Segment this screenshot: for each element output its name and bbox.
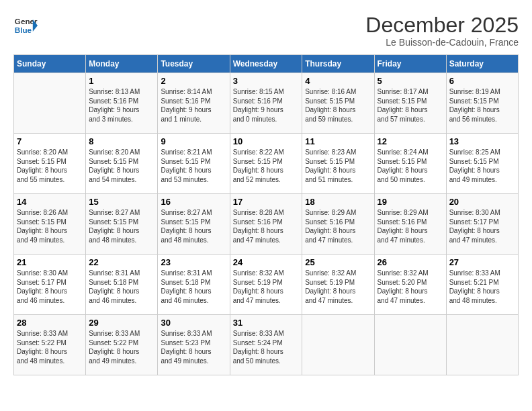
- calendar-cell: [14, 73, 86, 134]
- day-number: 21: [17, 257, 83, 267]
- header-sunday: Sunday: [14, 55, 86, 73]
- day-info: Sunrise: 8:19 AMSunset: 5:15 PMDaylight:…: [449, 87, 515, 124]
- day-number: 17: [233, 197, 300, 207]
- day-number: 31: [233, 318, 300, 328]
- day-number: 16: [161, 197, 226, 207]
- day-number: 27: [449, 257, 515, 267]
- day-number: 8: [89, 136, 154, 146]
- calendar-cell: 3Sunrise: 8:15 AMSunset: 5:16 PMDaylight…: [230, 73, 302, 134]
- header-friday: Friday: [374, 55, 446, 73]
- day-info: Sunrise: 8:31 AMSunset: 5:18 PMDaylight:…: [89, 269, 154, 305]
- day-info: Sunrise: 8:24 AMSunset: 5:15 PMDaylight:…: [378, 148, 443, 184]
- day-number: 24: [233, 257, 300, 267]
- day-info: Sunrise: 8:30 AMSunset: 5:17 PMDaylight:…: [449, 208, 515, 244]
- logo: General Blue: [13, 13, 38, 38]
- calendar-cell: 20Sunrise: 8:30 AMSunset: 5:17 PMDayligh…: [446, 194, 518, 255]
- day-info: Sunrise: 8:31 AMSunset: 5:18 PMDaylight:…: [161, 269, 226, 305]
- day-number: 9: [161, 136, 226, 146]
- calendar-cell: 4Sunrise: 8:16 AMSunset: 5:15 PMDaylight…: [302, 73, 374, 134]
- day-number: 13: [449, 136, 515, 146]
- header-thursday: Thursday: [302, 55, 374, 73]
- title-section: December 2025 Le Buisson-de-Cadouin, Fra…: [365, 13, 519, 48]
- header-tuesday: Tuesday: [158, 55, 230, 73]
- day-number: 4: [305, 76, 371, 86]
- day-info: Sunrise: 8:32 AMSunset: 5:19 PMDaylight:…: [233, 269, 300, 305]
- day-info: Sunrise: 8:16 AMSunset: 5:15 PMDaylight:…: [305, 87, 371, 124]
- day-info: Sunrise: 8:25 AMSunset: 5:15 PMDaylight:…: [449, 148, 515, 184]
- calendar-week-row: 28Sunrise: 8:33 AMSunset: 5:22 PMDayligh…: [14, 315, 519, 375]
- logo-icon: General Blue: [13, 13, 38, 38]
- header-monday: Monday: [86, 55, 158, 73]
- day-info: Sunrise: 8:17 AMSunset: 5:15 PMDaylight:…: [378, 87, 443, 124]
- calendar-cell: 19Sunrise: 8:29 AMSunset: 5:16 PMDayligh…: [374, 194, 446, 255]
- calendar-cell: 14Sunrise: 8:26 AMSunset: 5:15 PMDayligh…: [14, 194, 86, 255]
- svg-text:Blue: Blue: [15, 26, 32, 34]
- day-info: Sunrise: 8:29 AMSunset: 5:16 PMDaylight:…: [378, 208, 443, 244]
- day-info: Sunrise: 8:33 AMSunset: 5:21 PMDaylight:…: [449, 269, 515, 305]
- day-number: 28: [17, 318, 83, 328]
- day-info: Sunrise: 8:33 AMSunset: 5:22 PMDaylight:…: [17, 329, 83, 365]
- day-info: Sunrise: 8:33 AMSunset: 5:24 PMDaylight:…: [233, 329, 300, 365]
- day-number: 23: [161, 257, 226, 267]
- calendar-cell: 29Sunrise: 8:33 AMSunset: 5:22 PMDayligh…: [86, 315, 158, 375]
- day-number: 18: [305, 197, 371, 207]
- calendar-cell: 24Sunrise: 8:32 AMSunset: 5:19 PMDayligh…: [230, 255, 302, 315]
- calendar-cell: 8Sunrise: 8:20 AMSunset: 5:15 PMDaylight…: [86, 134, 158, 194]
- day-number: 12: [378, 136, 443, 146]
- day-number: 15: [89, 197, 154, 207]
- day-info: Sunrise: 8:33 AMSunset: 5:22 PMDaylight:…: [89, 329, 154, 365]
- day-info: Sunrise: 8:22 AMSunset: 5:15 PMDaylight:…: [233, 148, 300, 184]
- calendar-cell: 25Sunrise: 8:32 AMSunset: 5:19 PMDayligh…: [302, 255, 374, 315]
- calendar-cell: 28Sunrise: 8:33 AMSunset: 5:22 PMDayligh…: [14, 315, 86, 375]
- calendar-cell: 13Sunrise: 8:25 AMSunset: 5:15 PMDayligh…: [446, 134, 518, 194]
- calendar-cell: 11Sunrise: 8:23 AMSunset: 5:15 PMDayligh…: [302, 134, 374, 194]
- day-info: Sunrise: 8:20 AMSunset: 5:15 PMDaylight:…: [89, 148, 154, 184]
- calendar-cell: 17Sunrise: 8:28 AMSunset: 5:16 PMDayligh…: [230, 194, 302, 255]
- day-number: 25: [305, 257, 371, 267]
- day-number: 10: [233, 136, 300, 146]
- day-number: 14: [17, 197, 83, 207]
- calendar-cell: 31Sunrise: 8:33 AMSunset: 5:24 PMDayligh…: [230, 315, 302, 375]
- calendar-cell: 18Sunrise: 8:29 AMSunset: 5:16 PMDayligh…: [302, 194, 374, 255]
- calendar-cell: 30Sunrise: 8:33 AMSunset: 5:23 PMDayligh…: [158, 315, 230, 375]
- calendar-cell: [374, 315, 446, 375]
- calendar-cell: 12Sunrise: 8:24 AMSunset: 5:15 PMDayligh…: [374, 134, 446, 194]
- day-info: Sunrise: 8:13 AMSunset: 5:16 PMDaylight:…: [89, 87, 154, 124]
- calendar-cell: 10Sunrise: 8:22 AMSunset: 5:15 PMDayligh…: [230, 134, 302, 194]
- day-number: 19: [378, 197, 443, 207]
- day-number: 7: [17, 136, 83, 146]
- day-info: Sunrise: 8:27 AMSunset: 5:15 PMDaylight:…: [89, 208, 154, 244]
- day-number: 6: [449, 76, 515, 86]
- day-info: Sunrise: 8:33 AMSunset: 5:23 PMDaylight:…: [161, 329, 226, 365]
- calendar-cell: 6Sunrise: 8:19 AMSunset: 5:15 PMDaylight…: [446, 73, 518, 134]
- day-number: 30: [161, 318, 226, 328]
- day-info: Sunrise: 8:15 AMSunset: 5:16 PMDaylight:…: [233, 87, 300, 124]
- calendar-cell: [446, 315, 518, 375]
- header-saturday: Saturday: [446, 55, 518, 73]
- calendar-header-row: SundayMondayTuesdayWednesdayThursdayFrid…: [14, 55, 519, 73]
- calendar-cell: 9Sunrise: 8:21 AMSunset: 5:15 PMDaylight…: [158, 134, 230, 194]
- day-info: Sunrise: 8:27 AMSunset: 5:15 PMDaylight:…: [161, 208, 226, 244]
- day-info: Sunrise: 8:28 AMSunset: 5:16 PMDaylight:…: [233, 208, 300, 244]
- calendar-cell: [302, 315, 374, 375]
- calendar-cell: 21Sunrise: 8:30 AMSunset: 5:17 PMDayligh…: [14, 255, 86, 315]
- calendar-week-row: 7Sunrise: 8:20 AMSunset: 5:15 PMDaylight…: [14, 134, 519, 194]
- calendar-cell: 22Sunrise: 8:31 AMSunset: 5:18 PMDayligh…: [86, 255, 158, 315]
- day-number: 29: [89, 318, 154, 328]
- day-number: 22: [89, 257, 154, 267]
- calendar-cell: 27Sunrise: 8:33 AMSunset: 5:21 PMDayligh…: [446, 255, 518, 315]
- day-number: 3: [233, 76, 300, 86]
- day-number: 1: [89, 76, 154, 86]
- calendar-cell: 23Sunrise: 8:31 AMSunset: 5:18 PMDayligh…: [158, 255, 230, 315]
- calendar-cell: 16Sunrise: 8:27 AMSunset: 5:15 PMDayligh…: [158, 194, 230, 255]
- calendar-cell: 26Sunrise: 8:32 AMSunset: 5:20 PMDayligh…: [374, 255, 446, 315]
- calendar-week-row: 14Sunrise: 8:26 AMSunset: 5:15 PMDayligh…: [14, 194, 519, 255]
- calendar-week-row: 21Sunrise: 8:30 AMSunset: 5:17 PMDayligh…: [14, 255, 519, 315]
- day-info: Sunrise: 8:29 AMSunset: 5:16 PMDaylight:…: [305, 208, 371, 244]
- day-number: 11: [305, 136, 371, 146]
- month-title: December 2025: [365, 13, 519, 37]
- day-number: 5: [378, 76, 443, 86]
- calendar-table: SundayMondayTuesdayWednesdayThursdayFrid…: [13, 54, 519, 375]
- day-info: Sunrise: 8:21 AMSunset: 5:15 PMDaylight:…: [161, 148, 226, 184]
- header-wednesday: Wednesday: [230, 55, 302, 73]
